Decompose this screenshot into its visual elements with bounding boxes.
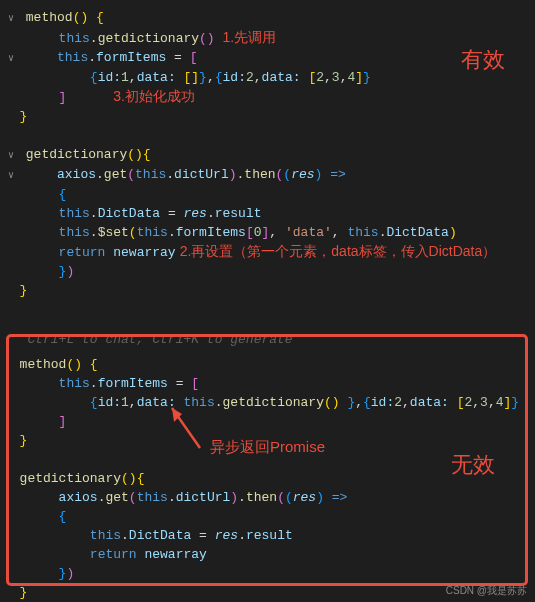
ghost-hint: Ctrl+L to chat, Ctrl+K to generate [4, 330, 535, 349]
annotation-2: 2.再设置（第一个元素，data标签，传入DictData） [180, 243, 497, 259]
method-name: getdictionary [26, 147, 127, 162]
annotation-1: 1.先调用 [222, 29, 276, 45]
code-line: }) [4, 262, 535, 281]
label-invalid: 无效 [451, 450, 495, 480]
label-valid: 有效 [461, 45, 505, 75]
code-line: {id:1,data: this.getdictionary() },{id:2… [4, 393, 535, 412]
code-line: ] 3.初始化成功 [4, 87, 535, 107]
code-line: return newarray2.再设置（第一个元素，data标签，传入Dict… [4, 242, 535, 262]
code-line: this.$set(this.formItems[0], 'data', thi… [4, 223, 535, 242]
code-line: {id:1,data: []},{id:2,data: [2,3,4]} [4, 68, 535, 87]
code-line [4, 126, 535, 145]
code-line: }) [4, 564, 535, 583]
method-name: getdictionary [20, 471, 121, 486]
code-line: this.DictData = res.result [4, 204, 535, 223]
call-getdictionary: getdictionary [98, 31, 199, 46]
code-line: this.getdictionary() 1.先调用 [4, 28, 535, 48]
method-name: method [20, 357, 67, 372]
code-line: ∨ getdictionary(){ [4, 145, 535, 165]
code-line: { [4, 507, 535, 526]
code-line: } [4, 281, 535, 300]
code-line: { [4, 185, 535, 204]
code-line: method() { [4, 355, 535, 374]
annotation-3: 3.初始化成功 [113, 88, 195, 104]
code-line: ∨ axios.get(this.dictUrl).then((res) => [4, 165, 535, 185]
code-line: ∨ method() { [4, 8, 535, 28]
code-line: ∨ this.formItems = [ [4, 48, 535, 68]
code-line: axios.get(this.dictUrl).then((res) => [4, 488, 535, 507]
method-name: method [26, 10, 73, 25]
code-line: ] [4, 412, 535, 431]
code-line: this.formItems = [ [4, 374, 535, 393]
code-line: return newarray [4, 545, 535, 564]
annotation-promise: 异步返回Promise [210, 438, 325, 457]
watermark: CSDN @我是苏苏 [446, 584, 527, 598]
code-line: this.DictData = res.result [4, 526, 535, 545]
code-line: } [4, 107, 535, 126]
